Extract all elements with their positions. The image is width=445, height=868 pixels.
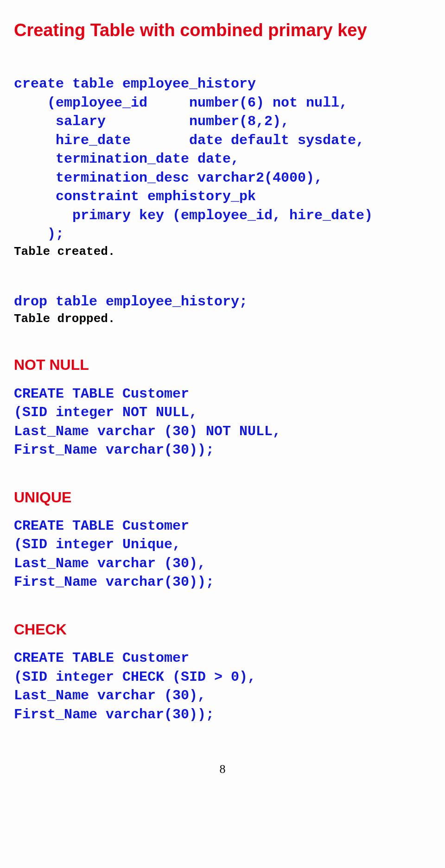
result-table-dropped: Table dropped.: [14, 311, 431, 327]
code-block-unique: CREATE TABLE Customer (SID integer Uniqu…: [14, 517, 431, 592]
result-table-created: Table created.: [14, 244, 431, 260]
page-number: 8: [14, 761, 431, 777]
heading-unique: UNIQUE: [14, 488, 431, 507]
page-title: Creating Table with combined primary key: [14, 19, 431, 42]
code-block-drop-table: drop table employee_history;: [14, 292, 431, 311]
code-block-check: CREATE TABLE Customer (SID integer CHECK…: [14, 649, 431, 724]
heading-not-null: NOT NULL: [14, 355, 431, 375]
code-block-not-null: CREATE TABLE Customer (SID integer NOT N…: [14, 385, 431, 460]
heading-check: CHECK: [14, 620, 431, 640]
code-block-create-table: create table employee_history (employee_…: [14, 75, 431, 244]
